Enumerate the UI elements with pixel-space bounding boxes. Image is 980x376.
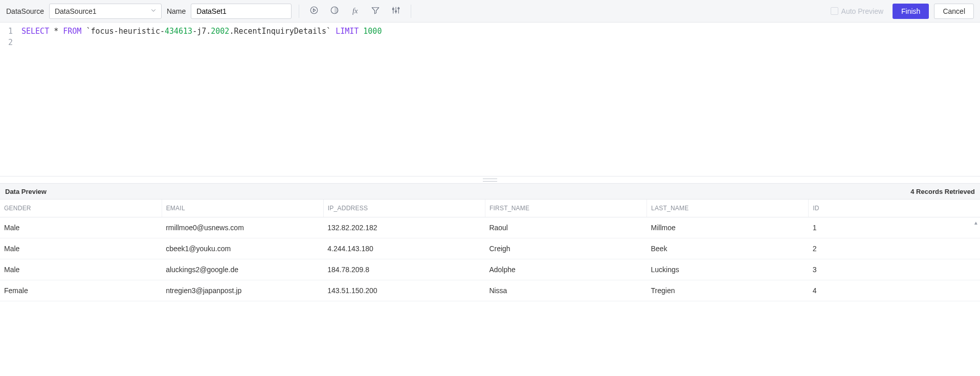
cell-id: 1 — [809, 217, 980, 238]
dataset-name-input-wrap[interactable] — [191, 4, 292, 19]
auto-preview-toggle[interactable]: Auto Preview — [831, 7, 883, 15]
cell-last: Tregien — [647, 280, 809, 301]
contrast-circle-icon — [330, 6, 339, 16]
parameters-button[interactable] — [388, 4, 404, 19]
name-label: Name — [167, 7, 186, 15]
pane-splitter[interactable] — [0, 176, 980, 183]
table-row[interactable]: Male aluckings2@google.de 184.78.209.8 A… — [0, 259, 980, 280]
cell-email: aluckings2@google.de — [162, 259, 323, 280]
svg-marker-3 — [372, 8, 380, 14]
cell-gender: Male — [0, 217, 162, 238]
cell-id: 3 — [809, 259, 980, 280]
sql-token: ` — [326, 27, 331, 36]
dataset-name-input[interactable] — [196, 7, 286, 15]
table-row[interactable]: Male rmillmoe0@usnews.com 132.82.202.182… — [0, 217, 980, 238]
editor-gutter: 1 2 — [0, 23, 17, 176]
filter-icon — [371, 6, 380, 16]
col-header-last-name[interactable]: LAST_NAME — [647, 200, 809, 217]
preview-table: GENDER EMAIL IP_ADDRESS FIRST_NAME LAST_… — [0, 200, 980, 301]
col-header-first-name[interactable]: FIRST_NAME — [485, 200, 647, 217]
table-row[interactable]: Female ntregien3@japanpost.jp 143.51.150… — [0, 280, 980, 301]
sliders-icon — [391, 6, 400, 16]
toolbar-divider — [299, 5, 299, 18]
filter-button[interactable] — [368, 4, 383, 19]
datasource-value: DataSource1 — [55, 7, 97, 15]
cell-id: 4 — [809, 280, 980, 301]
cell-gender: Female — [0, 280, 162, 301]
cell-last: Beek — [647, 238, 809, 259]
table-row[interactable]: Male cbeek1@youku.com 4.244.143.180 Crei… — [0, 238, 980, 259]
line-number: 2 — [0, 37, 13, 48]
svg-point-0 — [311, 7, 318, 14]
expression-button[interactable]: fx — [347, 4, 363, 19]
query-toolbar: DataSource DataSource1 Name fx A — [0, 0, 980, 23]
fx-icon: fx — [352, 7, 358, 15]
cell-email: ntregien3@japanpost.jp — [162, 280, 323, 301]
records-count: 4 Records Retrieved — [910, 188, 975, 195]
sql-token: * — [54, 27, 58, 36]
toolbar-divider — [411, 5, 411, 18]
datasource-label: DataSource — [6, 7, 44, 15]
play-circle-icon — [309, 6, 319, 16]
checkbox-icon — [831, 7, 838, 15]
svg-marker-1 — [314, 9, 316, 12]
cancel-button[interactable]: Cancel — [934, 4, 974, 19]
cell-email: cbeek1@youku.com — [162, 238, 323, 259]
sql-keyword: FROM — [63, 27, 81, 36]
cell-first: Nissa — [485, 280, 647, 301]
sql-ident: RecentInquiryDetails — [234, 27, 326, 36]
col-header-id[interactable]: ID — [809, 200, 980, 217]
line-number: 1 — [0, 26, 13, 37]
sql-keyword: LIMIT — [336, 27, 359, 36]
cell-ip: 4.244.143.180 — [323, 238, 485, 259]
cell-first: Adolphe — [485, 259, 647, 280]
cell-gender: Male — [0, 259, 162, 280]
sql-token: . — [206, 27, 211, 36]
cell-first: Raoul — [485, 217, 647, 238]
cell-first: Creigh — [485, 238, 647, 259]
col-header-email[interactable]: EMAIL — [162, 200, 323, 217]
toggle-preview-button[interactable] — [327, 4, 342, 19]
sql-number: 434613 — [165, 27, 192, 36]
table-header-row: GENDER EMAIL IP_ADDRESS FIRST_NAME LAST_… — [0, 200, 980, 217]
editor-code[interactable]: SELECT * FROM `focus-heuristic-434613-j7… — [17, 23, 386, 176]
cell-ip: 184.78.209.8 — [323, 259, 485, 280]
cell-last: Millmoe — [647, 217, 809, 238]
sql-ident: -j7 — [192, 27, 206, 36]
finish-button[interactable]: Finish — [893, 4, 929, 19]
sql-number: 2002 — [211, 27, 229, 36]
datasource-select[interactable]: DataSource1 — [49, 4, 162, 19]
col-header-gender[interactable]: GENDER — [0, 200, 162, 217]
auto-preview-label: Auto Preview — [841, 7, 883, 15]
sql-number: 1000 — [363, 27, 382, 36]
preview-table-wrap: GENDER EMAIL IP_ADDRESS FIRST_NAME LAST_… — [0, 200, 980, 301]
cell-email: rmillmoe0@usnews.com — [162, 217, 323, 238]
preview-title: Data Preview — [5, 188, 47, 195]
sql-editor[interactable]: 1 2 SELECT * FROM `focus-heuristic-43461… — [0, 23, 980, 176]
cell-ip: 143.51.150.200 — [323, 280, 485, 301]
cell-id: 2 — [809, 238, 980, 259]
sql-keyword: SELECT — [21, 27, 49, 36]
cell-ip: 132.82.202.182 — [323, 217, 485, 238]
run-query-button[interactable] — [306, 4, 322, 19]
cell-last: Luckings — [647, 259, 809, 280]
cell-gender: Male — [0, 238, 162, 259]
grip-icon — [483, 179, 497, 182]
scroll-up-icon[interactable]: ▲ — [972, 218, 980, 227]
col-header-ip[interactable]: IP_ADDRESS — [323, 200, 485, 217]
chevron-down-icon — [150, 7, 157, 15]
sql-ident: focus-heuristic- — [91, 27, 165, 36]
preview-header: Data Preview 4 Records Retrieved — [0, 183, 980, 200]
